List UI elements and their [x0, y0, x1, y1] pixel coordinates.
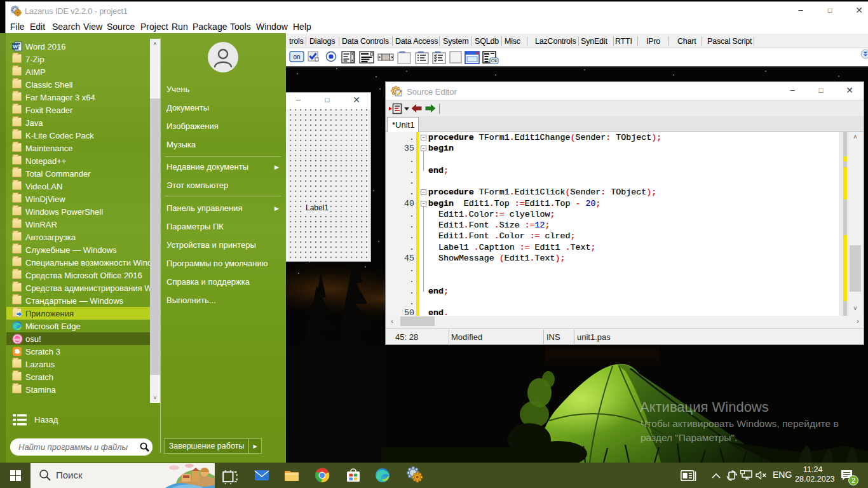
svg-text:osu!: osu! [14, 337, 22, 341]
svg-text:on: on [293, 53, 300, 60]
svg-text:Ok: Ok [491, 58, 498, 64]
svg-text:W: W [13, 44, 18, 50]
